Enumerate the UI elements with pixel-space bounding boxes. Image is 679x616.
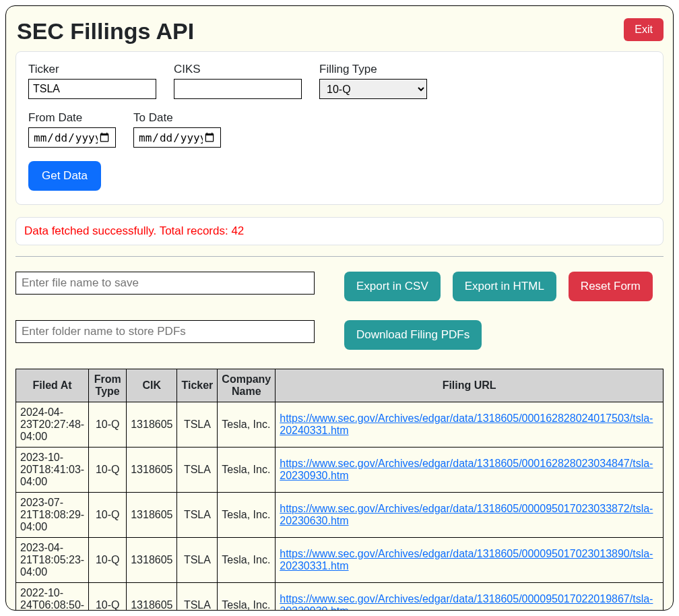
table-row: 2024-04-23T20:27:48-04:0010-Q1318605TSLA… xyxy=(16,402,664,448)
cell-filing-url: https://www.sec.gov/Archives/edgar/data/… xyxy=(276,493,664,538)
cell-company-name: Tesla, Inc. xyxy=(218,493,276,538)
exit-button[interactable]: Exit xyxy=(624,18,664,41)
cell-from-type: 10-Q xyxy=(89,448,127,493)
cell-ticker: TSLA xyxy=(177,448,218,493)
status-card: Data fetched successfully. Total records… xyxy=(15,217,664,245)
th-filed-at: Filed At xyxy=(16,369,89,402)
ticker-field: Ticker xyxy=(28,63,156,99)
download-pdfs-button[interactable]: Download Filing PDFs xyxy=(344,320,482,350)
cell-company-name: Tesla, Inc. xyxy=(218,583,276,611)
th-filing-url: Filing URL xyxy=(276,369,664,402)
cell-from-type: 10-Q xyxy=(89,402,127,448)
ticker-label: Ticker xyxy=(28,63,156,76)
cell-ticker: TSLA xyxy=(177,583,218,611)
form-row-1: Ticker CIKS Filling Type 10-Q xyxy=(28,63,651,99)
main-card: SEC Fillings API Exit Ticker CIKS Fillin… xyxy=(5,5,674,611)
table-header-row: Filed At From Type CIK Ticker Company Na… xyxy=(16,369,664,402)
cell-cik: 1318605 xyxy=(127,583,177,611)
foldername-input[interactable] xyxy=(15,320,315,343)
cell-cik: 1318605 xyxy=(127,493,177,538)
results-table: Filed At From Type CIK Ticker Company Na… xyxy=(15,369,664,611)
ciks-field: CIKS xyxy=(174,63,302,99)
cell-company-name: Tesla, Inc. xyxy=(218,538,276,583)
cell-cik: 1318605 xyxy=(127,448,177,493)
status-text: Data fetched successfully. Total records… xyxy=(24,224,244,237)
to-date-label: To Date xyxy=(133,111,221,125)
ciks-label: CIKS xyxy=(174,63,302,76)
page-title: SEC Fillings API xyxy=(17,18,194,44)
export-html-button[interactable]: Export in HTML xyxy=(453,272,556,301)
cell-ticker: TSLA xyxy=(177,402,218,448)
th-cik: CIK xyxy=(127,369,177,402)
cell-company-name: Tesla, Inc. xyxy=(218,402,276,448)
cell-company-name: Tesla, Inc. xyxy=(218,448,276,493)
cell-filed-at: 2023-04-21T18:05:23-04:00 xyxy=(16,538,89,583)
th-from-type: From Type xyxy=(89,369,127,402)
to-date-input[interactable] xyxy=(133,127,221,148)
cell-filing-url: https://www.sec.gov/Archives/edgar/data/… xyxy=(276,538,664,583)
cell-cik: 1318605 xyxy=(127,402,177,448)
form-row-2: From Date To Date xyxy=(28,111,651,148)
cell-filing-url: https://www.sec.gov/Archives/edgar/data/… xyxy=(276,583,664,611)
table-row: 2022-10-24T06:08:50-04:0010-Q1318605TSLA… xyxy=(16,583,664,611)
cell-from-type: 10-Q xyxy=(89,538,127,583)
th-ticker: Ticker xyxy=(177,369,218,402)
from-date-label: From Date xyxy=(28,111,116,125)
cell-filing-url: https://www.sec.gov/Archives/edgar/data/… xyxy=(276,448,664,493)
search-form-card: Ticker CIKS Filling Type 10-Q From Date … xyxy=(15,51,664,205)
cell-ticker: TSLA xyxy=(177,538,218,583)
filing-url-link[interactable]: https://www.sec.gov/Archives/edgar/data/… xyxy=(280,458,653,481)
filing-url-link[interactable]: https://www.sec.gov/Archives/edgar/data/… xyxy=(280,503,653,526)
export-row-1: Export in CSV Export in HTML Reset Form xyxy=(15,272,664,301)
cell-filed-at: 2022-10-24T06:08:50-04:00 xyxy=(16,583,89,611)
reset-form-button[interactable]: Reset Form xyxy=(569,272,653,301)
results-table-scroll[interactable]: Filed At From Type CIK Ticker Company Na… xyxy=(15,369,664,611)
ticker-input[interactable] xyxy=(28,79,156,99)
from-date-input[interactable] xyxy=(28,127,116,148)
table-row: 2023-10-20T18:41:03-04:0010-Q1318605TSLA… xyxy=(16,448,664,493)
to-date-field: To Date xyxy=(133,111,221,148)
separator xyxy=(15,256,664,257)
cell-ticker: TSLA xyxy=(177,493,218,538)
table-row: 2023-07-21T18:08:29-04:0010-Q1318605TSLA… xyxy=(16,493,664,538)
cell-from-type: 10-Q xyxy=(89,583,127,611)
filename-input[interactable] xyxy=(15,272,315,295)
export-csv-button[interactable]: Export in CSV xyxy=(344,272,441,301)
ciks-input[interactable] xyxy=(174,79,302,99)
table-body: 2024-04-23T20:27:48-04:0010-Q1318605TSLA… xyxy=(16,402,664,611)
get-data-button[interactable]: Get Data xyxy=(28,161,101,191)
cell-filing-url: https://www.sec.gov/Archives/edgar/data/… xyxy=(276,402,664,448)
filing-url-link[interactable]: https://www.sec.gov/Archives/edgar/data/… xyxy=(280,593,653,611)
cell-filed-at: 2024-04-23T20:27:48-04:00 xyxy=(16,402,89,448)
from-date-field: From Date xyxy=(28,111,116,148)
cell-filed-at: 2023-10-20T18:41:03-04:00 xyxy=(16,448,89,493)
filling-type-field: Filling Type 10-Q xyxy=(319,63,427,99)
th-company-name: Company Name xyxy=(218,369,276,402)
filing-url-link[interactable]: https://www.sec.gov/Archives/edgar/data/… xyxy=(280,412,653,436)
filing-url-link[interactable]: https://www.sec.gov/Archives/edgar/data/… xyxy=(280,548,653,572)
table-row: 2023-04-21T18:05:23-04:0010-Q1318605TSLA… xyxy=(16,538,664,583)
cell-from-type: 10-Q xyxy=(89,493,127,538)
export-row-2: Download Filing PDFs xyxy=(15,320,664,350)
cell-filed-at: 2023-07-21T18:08:29-04:00 xyxy=(16,493,89,538)
filling-type-select[interactable]: 10-Q xyxy=(319,79,427,99)
filling-type-label: Filling Type xyxy=(319,63,427,76)
cell-cik: 1318605 xyxy=(127,538,177,583)
header-row: SEC Fillings API Exit xyxy=(15,16,664,51)
